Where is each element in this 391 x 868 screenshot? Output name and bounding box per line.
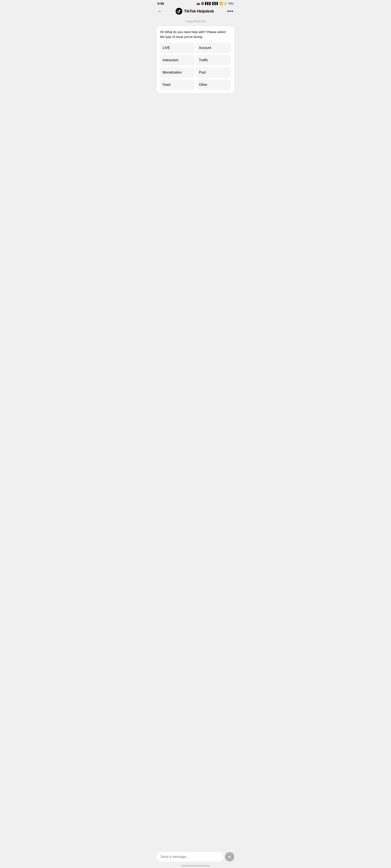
option-other[interactable]: Other (197, 80, 231, 90)
header-left: ← (157, 8, 162, 14)
status-bar: 8:58 📷 🔕 ▋▋▋ ▋▋▋ 📶 🔋 70% (154, 0, 237, 6)
chat-spacer (154, 478, 237, 860)
option-monetization[interactable]: Monetization (160, 67, 194, 78)
signal-icon: ▋▋▋ (205, 2, 211, 5)
signal2-icon: ▋▋▋ (212, 2, 219, 5)
send-button[interactable]: ➤ (225, 852, 234, 860)
header: ← TikTok Helpdesk ••• (154, 6, 237, 17)
send-icon: ➤ (227, 854, 232, 860)
header-title: TikTok Helpdesk (184, 9, 214, 13)
option-feed[interactable]: Feed (160, 80, 194, 90)
chat-area: Today 08:58 AM Hi! What do you need help… (154, 17, 237, 478)
header-center: TikTok Helpdesk (176, 8, 214, 14)
tiktok-logo (176, 8, 182, 14)
option-post[interactable]: Post (197, 67, 231, 78)
options-grid: LIVE Account Interaction Traffic Monetiz… (160, 42, 231, 90)
message-text: Hi! What do you need help with? Please s… (160, 30, 231, 39)
status-icons: 📷 🔕 ▋▋▋ ▋▋▋ 📶 🔋 70% (197, 2, 234, 5)
more-options-button[interactable]: ••• (227, 8, 234, 14)
back-button[interactable]: ← (157, 8, 162, 14)
tiktok-logo-icon (177, 9, 181, 13)
wifi-icon: 📶 (219, 2, 223, 5)
message-input[interactable] (157, 852, 223, 860)
main-content: Today 08:58 AM Hi! What do you need help… (154, 17, 237, 860)
chat-timestamp: Today 08:58 AM (157, 20, 234, 23)
option-traffic[interactable]: Traffic (197, 55, 231, 65)
status-time: 8:58 (157, 2, 164, 5)
message-bubble: Hi! What do you need help with? Please s… (157, 26, 234, 93)
option-account[interactable]: Account (197, 42, 231, 53)
message-input-area: ➤ (154, 850, 237, 860)
battery-icon: 🔋 (224, 2, 227, 5)
option-live[interactable]: LIVE (160, 42, 194, 53)
option-interaction[interactable]: Interaction (160, 55, 194, 65)
battery-percent: 70% (228, 2, 234, 5)
camera-icon: 📷 (197, 2, 200, 5)
mute-icon: 🔕 (201, 2, 204, 5)
